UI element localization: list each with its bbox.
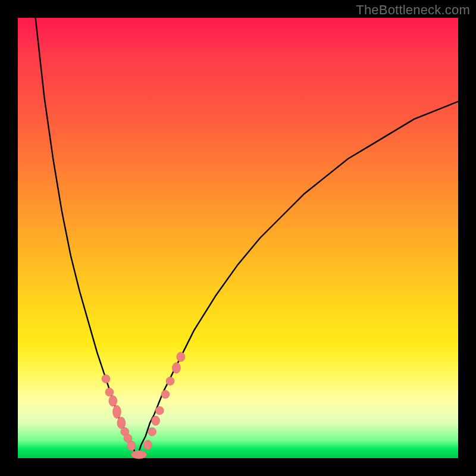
plot-area <box>18 18 458 458</box>
curve-left-branch <box>36 18 137 458</box>
chart-svg <box>18 18 458 458</box>
data-marker <box>177 352 185 362</box>
data-marker <box>113 405 121 418</box>
watermark-text: TheBottleneck.com <box>356 2 470 18</box>
data-marker <box>131 450 147 459</box>
data-marker <box>172 362 180 373</box>
data-marker <box>127 441 136 450</box>
data-marker <box>148 428 156 436</box>
data-marker <box>152 416 160 425</box>
data-marker <box>143 440 152 450</box>
data-marker <box>109 396 117 406</box>
data-marker <box>102 375 110 383</box>
data-marker <box>166 377 174 386</box>
data-marker <box>117 417 126 429</box>
chart-frame: TheBottleneck.com <box>0 0 476 476</box>
curve-right-branch <box>137 102 458 458</box>
data-marker <box>155 406 164 415</box>
data-marker <box>105 388 114 396</box>
data-marker <box>161 390 170 399</box>
data-markers <box>102 352 185 459</box>
